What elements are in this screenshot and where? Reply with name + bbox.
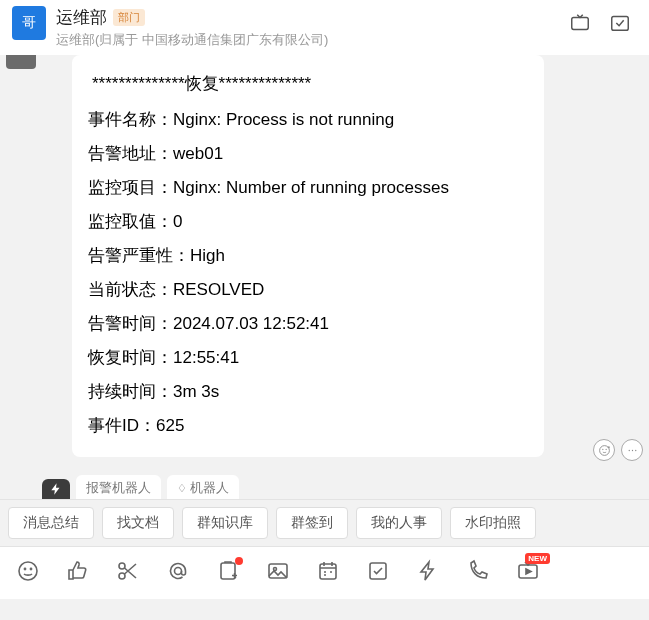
- svg-rect-1: [612, 17, 629, 31]
- field-label: 恢复时间：: [88, 348, 173, 367]
- svg-point-13: [175, 568, 182, 575]
- flash-tab[interactable]: [42, 479, 70, 499]
- image-icon[interactable]: [266, 559, 290, 583]
- red-dot-badge: [235, 557, 243, 565]
- svg-point-5: [628, 449, 629, 450]
- svg-point-9: [24, 568, 25, 569]
- field-value: 625: [156, 416, 184, 435]
- scissors-icon[interactable]: [116, 559, 140, 583]
- quick-hr-button[interactable]: 我的人事: [356, 507, 442, 539]
- field-value: web01: [173, 144, 223, 163]
- chat-subtitle: 运维部(归属于 中国移动通信集团广东有限公司): [56, 31, 559, 49]
- field-label: 告警严重性：: [88, 246, 190, 265]
- quick-knowledge-button[interactable]: 群知识库: [182, 507, 268, 539]
- field-value: Nginx: Process is not running: [173, 110, 394, 129]
- sender-avatar[interactable]: [6, 55, 36, 69]
- field-label: 监控项目：: [88, 178, 173, 197]
- quick-docs-button[interactable]: 找文档: [102, 507, 174, 539]
- svg-point-3: [602, 449, 603, 450]
- svg-point-10: [30, 568, 31, 569]
- quick-watermark-button[interactable]: 水印拍照: [450, 507, 536, 539]
- more-reply-button[interactable]: [621, 439, 643, 461]
- alert-title: **************恢复**************: [88, 67, 528, 101]
- field-label: 事件ID：: [88, 416, 156, 435]
- quick-actions-row: 消息总结 找文档 群知识库 群签到 我的人事 水印拍照: [0, 499, 649, 547]
- emoji-reply-button[interactable]: [593, 439, 615, 461]
- svg-rect-14: [221, 563, 235, 579]
- field-label: 监控取值：: [88, 212, 173, 231]
- lightning-icon[interactable]: [416, 559, 440, 583]
- field-label: 告警时间：: [88, 314, 173, 333]
- field-value: High: [190, 246, 225, 265]
- phone-icon[interactable]: [466, 559, 490, 583]
- input-toolbar: NEW: [0, 547, 649, 599]
- tag-bot[interactable]: ♢机器人: [167, 475, 239, 499]
- chat-title: 运维部: [56, 6, 107, 29]
- tag-label: 机器人: [190, 479, 229, 497]
- field-value: 2024.07.03 12:52:41: [173, 314, 329, 333]
- bot-tags-row: 报警机器人 ♢机器人: [0, 471, 649, 499]
- svg-point-7: [635, 449, 636, 450]
- quick-summary-button[interactable]: 消息总结: [8, 507, 94, 539]
- field-value: 0: [173, 212, 182, 231]
- svg-rect-0: [572, 18, 589, 30]
- field-label: 告警地址：: [88, 144, 173, 163]
- chat-area: **************恢复************** 事件名称：Ngin…: [0, 55, 649, 465]
- tag-label: 报警机器人: [86, 479, 151, 497]
- field-value: 3m 3s: [173, 382, 219, 401]
- svg-point-4: [605, 449, 606, 450]
- svg-point-12: [119, 573, 125, 579]
- calendar-icon[interactable]: [316, 559, 340, 583]
- checklist-icon[interactable]: [366, 559, 390, 583]
- svg-point-6: [631, 449, 632, 450]
- dept-badge: 部门: [113, 9, 145, 26]
- new-badge: NEW: [525, 553, 550, 564]
- field-label: 持续时间：: [88, 382, 173, 401]
- tag-alarm-bot[interactable]: 报警机器人: [76, 475, 161, 499]
- field-label: 事件名称：: [88, 110, 173, 129]
- at-icon[interactable]: [166, 559, 190, 583]
- field-value: RESOLVED: [173, 280, 264, 299]
- field-label: 当前状态：: [88, 280, 173, 299]
- emoji-icon[interactable]: [16, 559, 40, 583]
- thumbs-up-icon[interactable]: [66, 559, 90, 583]
- message-bubble: **************恢复************** 事件名称：Ngin…: [72, 55, 544, 457]
- svg-point-11: [119, 563, 125, 569]
- tv-icon[interactable]: [569, 12, 591, 34]
- quick-checkin-button[interactable]: 群签到: [276, 507, 348, 539]
- field-value: 12:55:41: [173, 348, 239, 367]
- chat-header: 哥 运维部 部门 运维部(归属于 中国移动通信集团广东有限公司): [0, 0, 649, 55]
- check-box-icon[interactable]: [609, 12, 631, 34]
- avatar[interactable]: 哥: [12, 6, 46, 40]
- svg-rect-17: [320, 564, 336, 579]
- field-value: Nginx: Number of running processes: [173, 178, 449, 197]
- svg-point-8: [19, 562, 37, 580]
